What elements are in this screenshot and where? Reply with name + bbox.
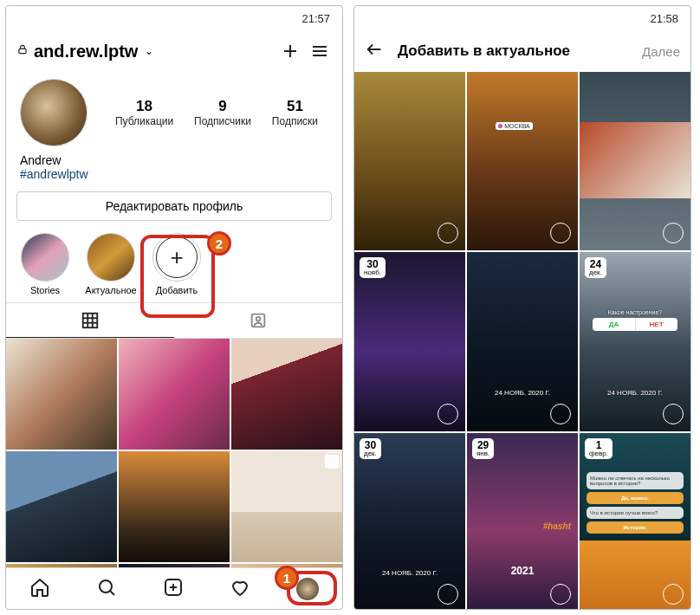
- story-thumb[interactable]: 24дек. Какое настроение? ДА НЕТ 24 НОЯБ.…: [580, 252, 690, 430]
- next-button[interactable]: Далее: [642, 44, 680, 59]
- hashtag-sticker: #hasht: [543, 521, 571, 531]
- nav-create-icon[interactable]: [163, 577, 184, 601]
- edit-profile-label: Редактировать профиль: [106, 199, 243, 213]
- story-caption: 24 НОЯБ. 2020 Г.: [467, 389, 578, 397]
- story-thumb[interactable]: [354, 72, 465, 250]
- tab-grid[interactable]: [6, 303, 174, 338]
- plus-icon: +: [156, 236, 198, 278]
- post-thumb[interactable]: [231, 451, 342, 562]
- select-circle[interactable]: [550, 404, 571, 424]
- highlight-aktual[interactable]: Актуальное: [84, 233, 138, 295]
- post-thumb[interactable]: [231, 564, 342, 567]
- stat-label: Подписки: [272, 115, 318, 127]
- back-icon[interactable]: [365, 40, 384, 62]
- story-thumb[interactable]: 1февр. Можно ли отвечать на несколько во…: [580, 433, 690, 609]
- bottom-nav: [6, 567, 342, 609]
- svg-rect-0: [19, 49, 26, 53]
- select-circle[interactable]: [663, 404, 684, 424]
- display-name: Andrew: [20, 153, 328, 167]
- carousel-icon: [325, 455, 339, 469]
- post-thumb[interactable]: [6, 564, 117, 567]
- poll-yes: ДА: [593, 318, 634, 331]
- username[interactable]: and.rew.lptw: [34, 42, 138, 62]
- new-post-icon[interactable]: [278, 39, 302, 63]
- svg-point-12: [256, 317, 261, 321]
- date-badge: 30нояб.: [360, 257, 386, 278]
- highlight-label: Добавить: [156, 285, 198, 295]
- story-thumb[interactable]: [580, 72, 690, 250]
- menu-icon[interactable]: [308, 39, 332, 63]
- stat-num: 18: [115, 98, 173, 115]
- profile-header: and.rew.lptw ⌄: [6, 30, 342, 72]
- nav-profile-avatar[interactable]: [296, 578, 319, 600]
- select-circle[interactable]: [438, 584, 458, 605]
- date-badge: 29янв.: [472, 438, 494, 459]
- date-badge: 24дек.: [585, 257, 606, 278]
- post-thumb[interactable]: [231, 339, 342, 450]
- stat-followers[interactable]: 9 Подписчики: [194, 98, 251, 127]
- poll-sticker: Какое настроение? ДА НЕТ: [593, 309, 677, 331]
- chevron-down-icon[interactable]: ⌄: [145, 45, 153, 57]
- select-circle[interactable]: [663, 584, 684, 605]
- stat-num: 51: [272, 98, 318, 115]
- phone-right: 21:58 Добавить в актуальное Далее МОСКВА…: [353, 5, 691, 610]
- highlight-add[interactable]: + Добавить: [150, 233, 204, 295]
- edit-profile-button[interactable]: Редактировать профиль: [16, 191, 332, 221]
- story-thumb[interactable]: 24 НОЯБ. 2020 Г.: [467, 252, 578, 430]
- clock: 21:58: [650, 12, 678, 25]
- nav-home-icon[interactable]: [29, 577, 50, 601]
- profile-stats-row: 18 Публикации 9 Подписчики 51 Подписки: [6, 72, 342, 150]
- svg-rect-6: [83, 313, 98, 327]
- select-circle[interactable]: [438, 223, 458, 243]
- highlight-label: Stories: [30, 285, 60, 295]
- clock: 21:57: [301, 12, 330, 25]
- bio: Andrew #andrewlptw: [6, 150, 342, 191]
- location-pin: МОСКВА: [496, 122, 533, 130]
- status-bar: 21:58: [354, 6, 690, 30]
- stories-grid: МОСКВА 30нояб. 24 НОЯБ. 2020 Г. 24дек. К…: [354, 72, 690, 609]
- story-thumb[interactable]: 30дек. 24 НОЯБ. 2020 Г.: [354, 433, 465, 609]
- poll-no: НЕТ: [635, 318, 677, 331]
- highlight-cover: [87, 233, 135, 282]
- stat-following[interactable]: 51 Подписки: [272, 98, 318, 127]
- svg-line-14: [110, 591, 114, 595]
- posts-grid: [6, 339, 342, 567]
- select-circle[interactable]: [550, 223, 571, 243]
- date-badge: 30дек.: [360, 438, 381, 459]
- annotation-badge-2: 2: [207, 231, 231, 256]
- stat-label: Подписчики: [194, 115, 251, 127]
- profile-tabs: [6, 302, 342, 339]
- story-thumb[interactable]: МОСКВА: [467, 72, 578, 250]
- story-thumb[interactable]: 30нояб.: [354, 252, 465, 430]
- nav-activity-icon[interactable]: [230, 577, 250, 601]
- post-thumb[interactable]: [119, 451, 230, 562]
- nav-search-icon[interactable]: [96, 577, 117, 601]
- profile-avatar[interactable]: [20, 79, 88, 146]
- story-caption: 24 НОЯБ. 2020 Г.: [580, 389, 690, 397]
- highlight-label: Актуальное: [85, 285, 136, 295]
- highlights-row: Stories Актуальное + Добавить: [6, 233, 342, 302]
- post-thumb[interactable]: [119, 564, 230, 567]
- post-thumb[interactable]: [6, 339, 117, 450]
- svg-point-13: [100, 580, 112, 592]
- date-badge: 1февр.: [585, 438, 612, 459]
- story-caption: 24 НОЯБ. 2020 Г.: [354, 569, 465, 577]
- tab-tagged[interactable]: [174, 303, 342, 338]
- highlight-stories[interactable]: Stories: [18, 233, 72, 295]
- select-circle[interactable]: [663, 223, 684, 243]
- phone-left: 21:57 and.rew.lptw ⌄ 18 Публикации 9 Под…: [5, 5, 343, 610]
- stat-posts[interactable]: 18 Публикации: [115, 98, 173, 127]
- story-thumb[interactable]: 29янв. #hasht 2021: [467, 433, 578, 609]
- lock-icon: [16, 43, 29, 59]
- story-image: [580, 122, 690, 198]
- highlight-add-cover: +: [152, 233, 201, 282]
- year-text: 2021: [467, 565, 578, 577]
- select-circle[interactable]: [550, 584, 571, 605]
- screen-title: Добавить в актуальное: [398, 42, 628, 60]
- bio-hashtag[interactable]: #andrewlptw: [20, 167, 328, 181]
- highlight-picker-header: Добавить в актуальное Далее: [354, 30, 690, 72]
- select-circle[interactable]: [438, 404, 458, 424]
- post-thumb[interactable]: [6, 451, 117, 562]
- post-thumb[interactable]: [119, 339, 230, 450]
- status-bar: 21:57: [6, 6, 342, 30]
